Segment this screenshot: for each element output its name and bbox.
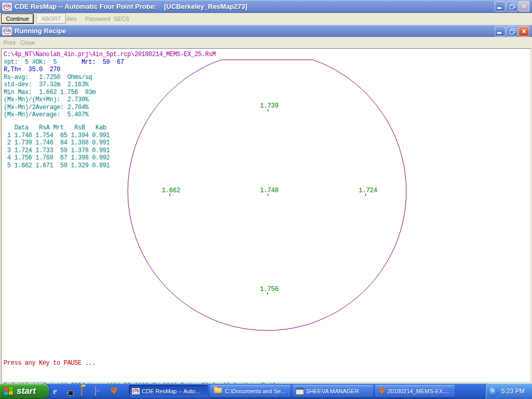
main-toolbar: Continue ABORT ities Password SECS <box>0 13 532 24</box>
recipe-title-bar: CDE Running Recipe × <box>0 25 532 37</box>
quick-launch-bar: e C:\ Ψ <box>53 383 118 399</box>
resmap-claw-icon[interactable]: Ψ <box>109 387 118 396</box>
recipe-minimize-button[interactable] <box>495 26 506 36</box>
internet-explorer-icon[interactable]: e <box>53 387 62 396</box>
tray-collapse-chevron-button[interactable]: ‹ <box>489 387 497 395</box>
close-icon: × <box>519 2 529 11</box>
sheeva-manager-icon <box>296 388 304 395</box>
taskbar-task-sheeva-manager[interactable]: SHEEVA MANAGER <box>292 385 373 397</box>
wafer-point-markers <box>169 109 366 295</box>
minimize-icon <box>497 32 501 34</box>
start-button[interactable]: start <box>0 383 49 399</box>
measurement-table: Data RsA Mrt RsB Kab 1 1.748 1.754 65 1.… <box>4 124 110 169</box>
wafer-point-label-bottom: 1.756 <box>260 286 278 293</box>
menu-item-password[interactable]: Password <box>85 15 110 23</box>
menu-item-utilities[interactable]: ities <box>66 15 77 23</box>
wafer-point-label-top: 1.739 <box>260 102 278 110</box>
close-icon: × <box>519 27 529 36</box>
taskbar-task-cde-resmap[interactable]: CDE CDE ResMap -- Auto... <box>129 385 208 397</box>
continue-button[interactable]: Continue <box>1 14 34 24</box>
recipe-client-area: C:\4p_NT\Nanolab_4in.prj\4in_5pt.rcp\201… <box>1 48 531 382</box>
taskbar-task-documents-folder[interactable]: C:\Documents and Se... <box>210 385 290 397</box>
restore-button[interactable] <box>507 1 517 11</box>
close-button-disabled: × <box>518 1 529 11</box>
abort-button: ABORT <box>36 14 66 24</box>
restore-icon <box>509 29 515 35</box>
cde-icon: CDE <box>132 388 140 394</box>
recipe-restore-button[interactable] <box>507 26 517 36</box>
notepad-icon[interactable] <box>95 387 104 396</box>
menu-item-print[interactable]: Print <box>4 38 16 47</box>
windows-flag-icon <box>4 387 14 396</box>
wafer-point-label-center: 1.748 <box>260 187 278 194</box>
folder-icon <box>214 387 222 393</box>
folder-icon[interactable] <box>81 387 90 396</box>
resmap-claw-icon: Ψ <box>378 387 385 396</box>
taskbar-task-mems-file[interactable]: Ψ 20180214_MEMS-EX.... <box>375 385 455 397</box>
status-pause-line: Press any Key to PAUSE ... <box>4 360 276 367</box>
command-prompt-icon[interactable]: C:\ <box>67 387 76 396</box>
cde-app-icon: CDE <box>2 3 12 11</box>
wafer-point-label-left: 1.662 <box>162 187 180 194</box>
menu-item-close[interactable]: Close <box>20 38 35 47</box>
recipe-window-title: Running Recipe <box>15 27 66 35</box>
minimize-button[interactable] <box>495 1 506 11</box>
recipe-close-button[interactable]: × <box>518 26 529 36</box>
system-tray: ‹ 5:23 PM <box>485 383 532 399</box>
restore-icon <box>509 4 515 10</box>
measurement-stats: C:\4p_NT\Nanolab_4in.prj\4in_5pt.rcp\201… <box>4 51 216 119</box>
taskbar: start e C:\ Ψ CDE CDE ResMap -- Auto... … <box>0 383 532 399</box>
recipe-menu-bar: Print Close <box>0 37 532 48</box>
minimize-icon <box>497 7 501 9</box>
main-title-bar: CDE CDE ResMap -- Automatic Four Point P… <box>0 0 532 13</box>
cde-recipe-icon: CDE <box>2 27 12 35</box>
menu-item-secs[interactable]: SECS <box>114 15 129 23</box>
taskbar-clock: 5:23 PM <box>501 388 525 395</box>
wafer-point-label-right: 1.724 <box>358 187 377 194</box>
main-window-title: CDE ResMap -- Automatic Four Point Probe… <box>15 3 247 10</box>
